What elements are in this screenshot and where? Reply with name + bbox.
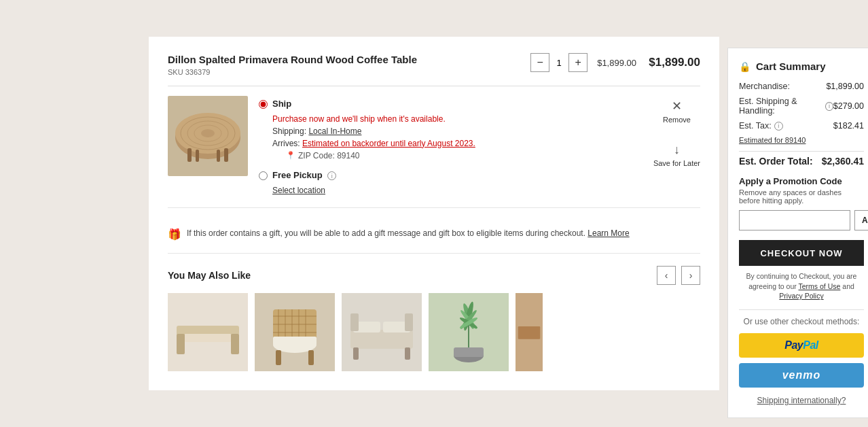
- download-icon: ↓: [674, 143, 680, 157]
- svg-rect-11: [177, 334, 185, 354]
- rec-title: You May Also Like: [168, 270, 251, 281]
- shipping-row: Est. Shipping & Handling: i $279.00: [739, 97, 864, 116]
- svg-rect-33: [405, 347, 410, 360]
- order-total-value: $2,360.41: [822, 156, 864, 167]
- purchase-message: Purchase now and we'll ship when it's av…: [272, 113, 643, 125]
- pickup-details: Select location: [272, 184, 643, 197]
- rec-navigation: ‹ ›: [657, 266, 700, 285]
- zip-row: 📍 ZIP Code: 89140: [286, 150, 643, 162]
- paypal-button[interactable]: PayPal: [739, 333, 864, 358]
- venmo-button[interactable]: venmo: [739, 363, 864, 388]
- remove-button[interactable]: ✕ Remove: [663, 99, 691, 124]
- paypal-label: PayPal: [784, 339, 818, 352]
- save-label: Save for Later: [653, 159, 700, 167]
- product-sku: SKU 336379: [168, 68, 417, 76]
- pickup-radio[interactable]: [259, 171, 268, 180]
- rec-item-1[interactable]: [168, 293, 248, 371]
- apply-button[interactable]: APPLY: [854, 210, 868, 230]
- pickup-info-icon[interactable]: i: [327, 171, 336, 180]
- rec-item-4[interactable]: [429, 293, 509, 371]
- quantity-control[interactable]: − 1 +: [530, 53, 587, 72]
- svg-rect-35: [454, 347, 484, 357]
- cart-content: Dillon Spalted Primavera Round Wood Coff…: [149, 37, 719, 390]
- close-icon: ✕: [672, 99, 682, 114]
- merchandise-label: Merchandise:: [739, 82, 790, 91]
- save-for-later-button[interactable]: ↓ Save for Later: [653, 143, 700, 167]
- tax-label: Est. Tax: i: [739, 121, 783, 131]
- order-total-label: Est. Order Total:: [739, 156, 813, 167]
- quantity-decrease-button[interactable]: −: [531, 53, 549, 72]
- recommendations-section: You May Also Like ‹ ›: [168, 266, 700, 371]
- tax-value: $182.41: [833, 121, 864, 131]
- rec-next-button[interactable]: ›: [681, 266, 700, 285]
- promo-hint: Remove any spaces or dashes before hitti…: [739, 188, 864, 205]
- rec-item-3[interactable]: [342, 293, 422, 371]
- cart-header: Dillon Spalted Primavera Round Wood Coff…: [168, 53, 700, 86]
- promo-input[interactable]: [739, 210, 850, 230]
- svg-rect-26: [308, 350, 314, 365]
- rec-prev-button[interactable]: ‹: [657, 266, 676, 285]
- quantity-input[interactable]: 1: [549, 53, 569, 72]
- gift-text: If this order contains a gift, you will …: [187, 227, 630, 239]
- svg-rect-9: [217, 150, 220, 162]
- product-name: Dillon Spalted Primavera Round Wood Coff…: [168, 53, 417, 67]
- pickup-label-group: Free Pickup i: [272, 170, 336, 181]
- svg-rect-6: [187, 148, 192, 162]
- unit-price: $1,899.00: [597, 58, 636, 68]
- svg-rect-24: [273, 337, 317, 345]
- qty-price-row: − 1 + $1,899.00 $1,899.00: [530, 53, 700, 72]
- checkout-terms: By continuing to Checkout, you are agree…: [739, 271, 864, 301]
- gift-row: 🎁 If this order contains a gift, you wil…: [168, 219, 700, 254]
- ship-option-row: Ship: [259, 99, 643, 109]
- ship-details: Purchase now and we'll ship when it's av…: [272, 113, 643, 162]
- pickup-label: Free Pickup: [272, 170, 323, 180]
- promo-section: Apply a Promotion Code Remove any spaces…: [739, 176, 864, 230]
- svg-rect-10: [177, 326, 239, 335]
- order-total-row: Est. Order Total: $2,360.41: [739, 151, 864, 167]
- ship-label: Ship: [272, 99, 291, 109]
- remove-label: Remove: [663, 116, 691, 124]
- promo-title: Apply a Promotion Code: [739, 176, 864, 186]
- rec-item-2[interactable]: [255, 293, 335, 371]
- cart-summary-sidebar: 🔒 Cart Summary Merchandise: $1,899.00 Es…: [727, 48, 868, 418]
- rec-item-5[interactable]: [516, 293, 543, 371]
- shipping-info-icon[interactable]: i: [825, 102, 833, 111]
- promo-input-row: APPLY: [739, 210, 864, 230]
- cart-summary-label: Cart Summary: [756, 61, 826, 72]
- shipping-internationally-link[interactable]: Shipping internationally?: [739, 396, 864, 405]
- svg-rect-12: [231, 334, 239, 354]
- ship-radio[interactable]: [259, 100, 268, 109]
- checkout-now-button[interactable]: CHECKOUT NOW: [739, 240, 864, 266]
- shipping-handling-label: Est. Shipping & Handling: i: [739, 97, 833, 116]
- terms-of-use-link[interactable]: Terms of Use: [799, 282, 841, 290]
- estimated-for-link[interactable]: Estimated for 89140: [739, 136, 864, 144]
- actions-column: ✕ Remove ↓ Save for Later: [653, 96, 700, 167]
- backorder-link[interactable]: Estimated on backorder until early Augus…: [302, 139, 475, 148]
- quantity-increase-button[interactable]: +: [569, 53, 587, 72]
- product-info: Dillon Spalted Primavera Round Wood Coff…: [168, 53, 417, 76]
- svg-rect-7: [224, 148, 228, 162]
- other-methods-label: Or use other checkout methods:: [739, 317, 864, 326]
- divider: [739, 309, 864, 310]
- svg-rect-31: [405, 313, 413, 331]
- page-wrapper: Dillon Spalted Primavera Round Wood Coff…: [0, 16, 868, 411]
- svg-rect-13: [185, 334, 231, 342]
- learn-more-link[interactable]: Learn More: [587, 228, 629, 238]
- svg-point-5: [201, 129, 215, 137]
- product-row: Ship Purchase now and we'll ship when it…: [168, 96, 700, 209]
- svg-rect-32: [353, 347, 359, 360]
- gift-message: If this order contains a gift, you will …: [187, 228, 585, 238]
- svg-rect-25: [276, 350, 281, 365]
- cart-summary-title: 🔒 Cart Summary: [739, 61, 864, 72]
- select-location-link[interactable]: Select location: [272, 186, 325, 195]
- privacy-policy-link[interactable]: Privacy Policy: [779, 292, 823, 300]
- tax-row: Est. Tax: i $182.41: [739, 121, 864, 131]
- venmo-label: venmo: [782, 369, 821, 381]
- arrives-label: Arrives:: [272, 139, 300, 148]
- tax-info-icon[interactable]: i: [774, 122, 783, 131]
- local-in-home-link[interactable]: Local In-Home: [308, 126, 361, 136]
- merchandise-row: Merchandise: $1,899.00: [739, 82, 864, 91]
- total-price: $1,899.00: [646, 56, 700, 69]
- product-image: [168, 96, 248, 176]
- shipping-value: $279.00: [833, 101, 864, 111]
